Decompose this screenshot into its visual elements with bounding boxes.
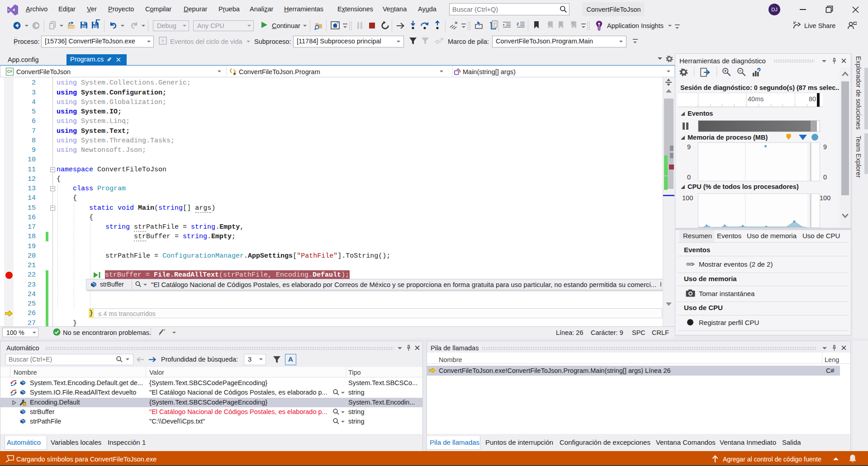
svg-text:2: 2 xyxy=(517,22,519,26)
